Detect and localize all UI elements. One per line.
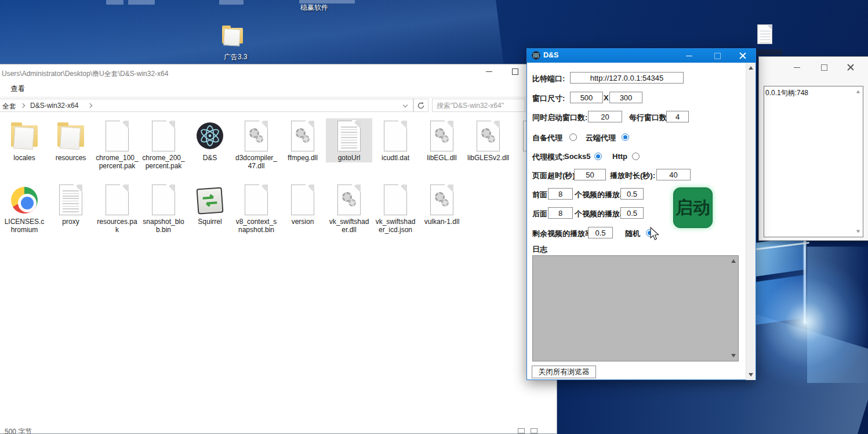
dialog-scrollbar[interactable]	[746, 63, 756, 380]
dll-gear-icon	[477, 121, 500, 151]
file-explorer-window: Users\Administrator\Desktop\撸U全套\D&S-win…	[0, 64, 557, 434]
front-count-input[interactable]	[548, 188, 573, 200]
socks5-label: Socks5	[564, 152, 591, 161]
start-button[interactable]: 启动	[673, 187, 713, 228]
explorer-ribbon: 查看	[0, 79, 557, 97]
scroll-down-icon[interactable]	[856, 230, 860, 233]
http-radio[interactable]	[632, 153, 640, 160]
desktop-icon-label-stub	[754, 49, 782, 55]
file-item[interactable]: LICENSES.chromium	[1, 182, 48, 234]
scroll-down-icon[interactable]	[731, 354, 736, 357]
ds-dialog: D&S 比特端口: 窗口尺寸: X 同时启动窗口数: 每行窗口数: 自备代理 云…	[526, 48, 756, 380]
socks5-radio[interactable]	[594, 153, 602, 160]
maximize-icon[interactable]	[820, 64, 827, 71]
desktop-folder-icon[interactable]	[222, 28, 243, 44]
file-item[interactable]: vk_swiftshader.dll	[326, 182, 372, 234]
minimize-icon[interactable]	[794, 64, 801, 71]
breadcrumb-item[interactable]: 全套	[2, 102, 16, 111]
wallpaper-haze	[807, 247, 868, 383]
file-item[interactable]: version	[279, 182, 326, 226]
close-icon[interactable]	[739, 52, 746, 59]
page-timeout-input[interactable]	[574, 169, 606, 180]
scroll-up-icon[interactable]	[731, 259, 736, 263]
scroll-up-icon[interactable]	[749, 66, 753, 70]
breadcrumb-item[interactable]: D&S-win32-x64	[30, 102, 78, 110]
chrome-icon	[11, 187, 38, 214]
search-input[interactable]	[432, 99, 525, 112]
view-details-icon[interactable]	[518, 428, 525, 433]
electron-app-icon	[196, 122, 224, 152]
minimize-icon[interactable]	[686, 52, 693, 59]
file-item[interactable]: resources	[48, 118, 94, 162]
window-width-input[interactable]	[570, 92, 603, 103]
desktop: 稳赢软件 广告3.3 Users\Administrator\Desktop\撸…	[0, 0, 868, 434]
file-item[interactable]: ffmpeg.dll	[279, 118, 326, 162]
wallpaper-glow	[739, 255, 868, 389]
desktop-icon-label-stub	[128, 0, 155, 5]
file-item[interactable]: chrome_100_percent.pak	[94, 118, 140, 170]
explorer-address-row: 全套 D&S-win32-x64	[0, 97, 557, 113]
wallpaper-window-pane	[751, 236, 806, 277]
file-item[interactable]: D&S	[187, 118, 233, 162]
file-item[interactable]: icudtl.dat	[372, 118, 419, 162]
remaining-rate-input[interactable]	[588, 227, 613, 238]
front-rate-input[interactable]	[620, 188, 644, 200]
file-item[interactable]: proxy	[48, 182, 94, 226]
file-item[interactable]: vulkan-1.dll	[419, 182, 465, 226]
port-input[interactable]	[570, 72, 684, 84]
cloud-proxy-radio[interactable]	[622, 133, 629, 141]
remaining-rate-label: 剩余视频的播放率	[532, 229, 593, 239]
back-rate-input[interactable]	[620, 207, 644, 219]
breadcrumb-chevron-icon	[20, 103, 25, 108]
play-duration-input[interactable]	[656, 169, 691, 180]
file-icon	[245, 185, 268, 215]
maximize-icon[interactable]	[714, 52, 721, 59]
back-label: 后面	[532, 209, 547, 219]
desktop-icon-label[interactable]: 稳赢软件	[300, 3, 328, 13]
mouse-cursor	[649, 227, 660, 242]
own-proxy-radio[interactable]	[569, 133, 577, 141]
file-item[interactable]: locales	[1, 118, 48, 162]
file-item[interactable]: chrome_200_percent.pak	[140, 118, 187, 170]
dll-gear-icon	[337, 185, 361, 215]
dll-gear-icon	[430, 185, 453, 215]
scroll-up-icon[interactable]	[856, 91, 860, 93]
minimize-icon[interactable]	[486, 68, 493, 75]
close-icon[interactable]	[847, 64, 854, 71]
file-item[interactable]: resources.pak	[94, 182, 140, 234]
address-bar[interactable]: 全套 D&S-win32-x64	[0, 99, 413, 112]
file-icon	[384, 185, 407, 215]
file-item-selected[interactable]: gotoUrl	[326, 118, 372, 162]
explorer-status-bar: 500 字节	[0, 426, 557, 433]
wallpaper-light-edge	[804, 236, 806, 324]
file-item[interactable]: snapshot_blob.bin	[140, 182, 187, 234]
close-all-browsers-button[interactable]: 关闭所有浏览器	[532, 366, 596, 378]
address-dropdown-icon[interactable]	[403, 103, 408, 107]
desktop-folder-label[interactable]: 广告3.3	[224, 52, 248, 62]
menu-view[interactable]: 查看	[10, 84, 25, 94]
scroll-down-icon[interactable]	[749, 373, 753, 377]
concurrent-windows-input[interactable]	[588, 111, 622, 122]
log-area[interactable]	[532, 255, 739, 361]
per-row-input[interactable]	[666, 111, 689, 122]
file-icon	[152, 121, 175, 151]
file-item[interactable]: libEGL.dll	[419, 118, 465, 162]
file-item[interactable]: v8_context_snapshot.bin	[233, 182, 279, 234]
file-item[interactable]: libGLESv2.dll	[465, 118, 511, 162]
dialog-titlebar[interactable]: D&S	[527, 49, 756, 63]
file-icon	[152, 185, 175, 215]
log-textarea[interactable]: 0.0.1句柄:748	[764, 86, 863, 237]
refresh-button[interactable]	[413, 99, 428, 112]
view-thumbnails-icon[interactable]	[531, 428, 537, 433]
file-item[interactable]: Squirrel	[187, 182, 233, 226]
maximize-icon[interactable]	[511, 68, 518, 75]
front-label: 前面	[532, 190, 547, 200]
dialog-title: D&S	[543, 51, 558, 59]
window-height-input[interactable]	[609, 92, 642, 103]
file-item[interactable]: d3dcompiler_47.dll	[233, 118, 279, 170]
electron-app-icon	[532, 51, 540, 60]
back-count-input[interactable]	[548, 207, 573, 219]
desktop-document-icon[interactable]	[757, 24, 772, 44]
window-size-label: 窗口尺寸:	[532, 93, 565, 104]
file-item[interactable]: vk_swiftshader_icd.json	[372, 182, 419, 234]
